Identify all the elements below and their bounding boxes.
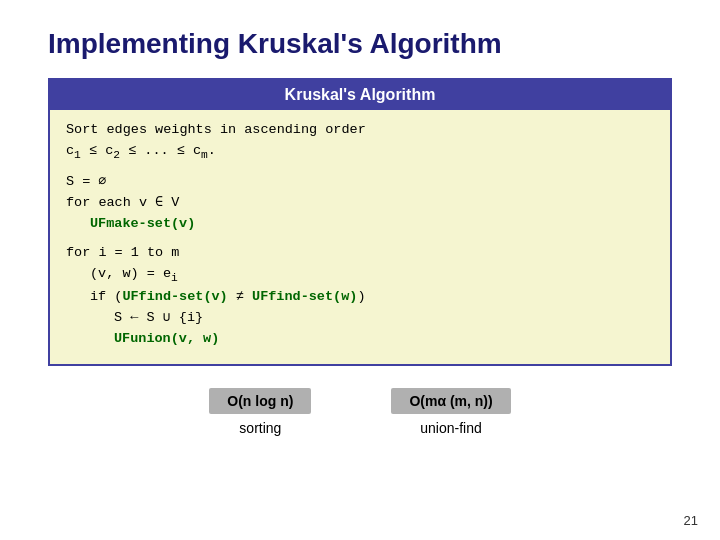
page-title: Implementing Kruskal's Algorithm: [0, 0, 720, 78]
page-number: 21: [684, 513, 698, 528]
algo-line-9: S ← S ∪ {i}: [114, 308, 654, 329]
complexity-label-sorting: sorting: [239, 420, 281, 436]
algorithm-header: Kruskal's Algorithm: [50, 80, 670, 110]
complexity-badge-unionfind: O(mα (m, n)): [391, 388, 510, 414]
algo-line-4: for each v ∈ V: [66, 193, 654, 214]
main-container: Kruskal's Algorithm Sort edges weights i…: [0, 78, 720, 436]
algo-line-8: if (UFfind-set(v) ≠ UFfind-set(w)): [90, 287, 654, 308]
algo-line-10: UFunion(v, w): [114, 329, 654, 350]
complexity-block-unionfind: O(mα (m, n)) union-find: [391, 388, 510, 436]
algo-line-7: (v, w) = ei: [90, 264, 654, 287]
algo-line-3: S = ∅: [66, 172, 654, 193]
complexity-block-sorting: O(n log n) sorting: [209, 388, 311, 436]
algorithm-box: Kruskal's Algorithm Sort edges weights i…: [48, 78, 672, 366]
algo-line-1: Sort edges weights in ascending order: [66, 120, 654, 141]
algo-line-5: UFmake-set(v): [90, 214, 654, 235]
bottom-row: O(n log n) sorting O(mα (m, n)) union-fi…: [48, 388, 672, 436]
spacer-2: [66, 235, 654, 243]
complexity-badge-sorting: O(n log n): [209, 388, 311, 414]
algorithm-body: Sort edges weights in ascending order c1…: [50, 110, 670, 364]
complexity-label-unionfind: union-find: [420, 420, 482, 436]
spacer-1: [66, 164, 654, 172]
algo-line-6: for i = 1 to m: [66, 243, 654, 264]
algo-line-2: c1 ≤ c2 ≤ ... ≤ cm.: [66, 141, 654, 164]
